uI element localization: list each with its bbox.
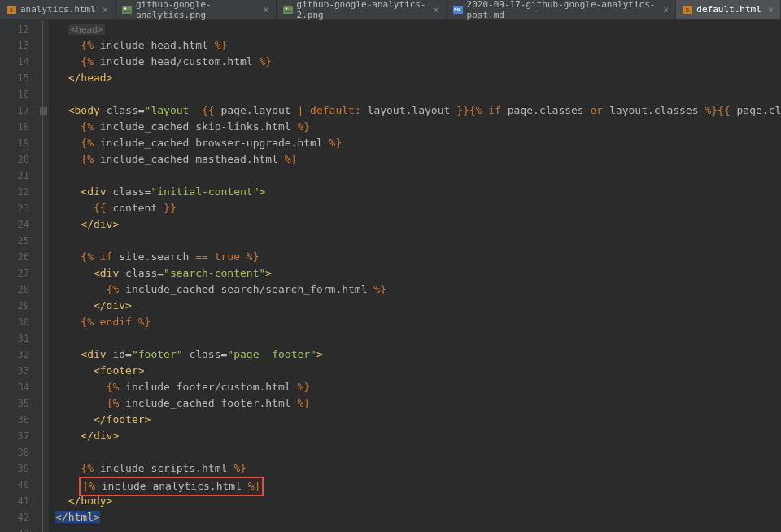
fold-marker	[37, 525, 49, 532]
line-number: 38	[0, 444, 37, 460]
code-line[interactable]: {% include_cached masthead.html %}	[55, 151, 781, 168]
fold-marker	[37, 509, 49, 525]
token-liquid: {%	[107, 283, 125, 295]
code-line[interactable]: {% include footer/custom.html %}	[55, 379, 781, 395]
close-icon[interactable]: ×	[433, 4, 438, 15]
token-str: "page__footer"	[227, 348, 316, 360]
code-line[interactable]: {% include_cached browser-upgrade.html %…	[55, 135, 781, 151]
fold-marker	[37, 347, 49, 363]
line-number: 33	[0, 363, 37, 379]
token-liquid: {%	[82, 480, 101, 492]
code-line[interactable]: {% if site.search == true %}	[55, 249, 781, 265]
tab-analytics-html[interactable]: 5analytics.html×	[0, 0, 116, 19]
code-line[interactable]: </head>	[55, 70, 781, 86]
code-line[interactable]: {% include_cached footer.html %}	[55, 395, 781, 412]
code-line[interactable]: </div>	[55, 428, 781, 444]
close-icon[interactable]: ×	[263, 4, 268, 15]
token-attr: include scripts.html	[100, 462, 233, 474]
token-liquid: {% endif %}	[81, 316, 151, 328]
line-number: 42	[0, 509, 37, 525]
fold-marker	[37, 184, 49, 200]
token-attr: include head/custom.html	[100, 55, 260, 68]
fold-column: −	[37, 20, 49, 532]
close-icon[interactable]: ×	[663, 4, 669, 15]
code-editor[interactable]: 1213141516171819202122232425262728293031…	[0, 20, 781, 532]
image-file-icon	[122, 5, 132, 15]
token-liquid: %}	[297, 120, 310, 133]
line-number: 32	[0, 347, 37, 363]
tab-github-google-analytics-2-png[interactable]: github-google-analytics-2.png×	[277, 0, 447, 19]
line-number: 35	[0, 395, 37, 412]
line-number: 37	[0, 428, 37, 444]
line-number: 31	[0, 330, 37, 347]
svg-point-3	[124, 7, 126, 9]
code-line[interactable]: </div>	[55, 216, 781, 233]
code-line[interactable]: </footer>	[55, 412, 781, 428]
code-line[interactable]: </html>	[55, 509, 781, 525]
line-number: 34	[0, 379, 37, 395]
token-tag: >	[265, 267, 272, 279]
token-tag: <div	[94, 267, 125, 279]
line-number: 12	[0, 21, 37, 37]
fold-marker	[37, 363, 49, 379]
token-liquid: {%	[107, 397, 125, 409]
token-attr: include_cached footer.html	[125, 397, 297, 409]
tab-label: github-google-analytics.png	[136, 0, 256, 20]
token-attr: content	[112, 202, 164, 214]
code-content[interactable]: <head> {% include head.html %} {% includ…	[49, 20, 781, 532]
fold-toggle-icon[interactable]: −	[40, 107, 47, 115]
code-line[interactable]: </div>	[55, 298, 781, 314]
html-file-icon: 5	[7, 5, 16, 15]
md-file-icon	[453, 5, 463, 15]
code-line[interactable]: <div class="search-content">	[55, 265, 781, 281]
code-line[interactable]: {% endif %}	[55, 314, 781, 330]
fold-marker	[37, 330, 49, 347]
token-attr: include_cached masthead.html	[100, 153, 285, 165]
tab-2020-09-17-github-google-analytics-post-md[interactable]: 2020-09-17-github-google-analytics-post.…	[447, 0, 677, 19]
code-line[interactable]: <body class="layout--{{ page.layout | de…	[55, 102, 781, 119]
token-liquid: %}	[233, 462, 247, 474]
line-number: 15	[0, 70, 37, 86]
line-number: 16	[0, 86, 37, 102]
code-line[interactable]: {{ content }}	[55, 200, 781, 216]
token-liquid: {%	[81, 55, 99, 68]
token-attr: include_cached browser-upgrade.html	[100, 137, 329, 149]
code-line[interactable]: <footer>	[55, 363, 781, 379]
code-line[interactable]: {% include head/custom.html %}	[55, 54, 781, 70]
code-line[interactable]: {% include scripts.html %}	[55, 460, 781, 477]
line-number: 39	[0, 460, 37, 477]
tab-github-google-analytics-png[interactable]: github-google-analytics.png×	[116, 0, 277, 19]
token-liquid: %}	[297, 381, 310, 393]
code-line[interactable]	[55, 168, 781, 184]
token-str: "search-content"	[164, 267, 265, 279]
code-line[interactable]: {% include head.html %}	[55, 37, 781, 54]
close-icon[interactable]: ×	[768, 4, 774, 15]
fold-marker	[37, 135, 49, 151]
token-liquid: {%	[81, 39, 99, 51]
fold-marker	[37, 281, 49, 298]
line-number: 21	[0, 168, 37, 184]
token-liquid: {%	[81, 120, 99, 133]
code-line[interactable]: {% include_cached search/search_form.htm…	[55, 281, 781, 298]
code-line[interactable]	[55, 444, 781, 460]
code-line[interactable]	[55, 233, 781, 249]
token-attr: page.classes	[508, 104, 591, 116]
html-file-icon: 5	[683, 5, 692, 15]
line-number: 24	[0, 216, 37, 233]
close-icon[interactable]: ×	[103, 4, 108, 15]
token-liquid: %}	[285, 153, 298, 165]
code-line[interactable]: <head>	[55, 21, 781, 37]
fold-marker	[37, 21, 49, 37]
code-line[interactable]: {% include analytics.html %}	[55, 477, 781, 493]
token-liquid: %}	[297, 397, 310, 409]
code-line[interactable]	[55, 330, 781, 347]
code-line[interactable]: <div id="footer" class="page__footer">	[55, 347, 781, 363]
fold-marker	[37, 37, 49, 54]
code-line[interactable]: {% include_cached skip-links.html %}	[55, 119, 781, 135]
line-number-gutter: 1213141516171819202122232425262728293031…	[0, 20, 37, 532]
tab-default-html[interactable]: 5default.html×	[676, 0, 781, 19]
code-line[interactable]	[55, 86, 781, 102]
line-number: 30	[0, 314, 37, 330]
code-line[interactable]: <div class="initial-content">	[55, 184, 781, 200]
code-line[interactable]	[55, 525, 781, 532]
